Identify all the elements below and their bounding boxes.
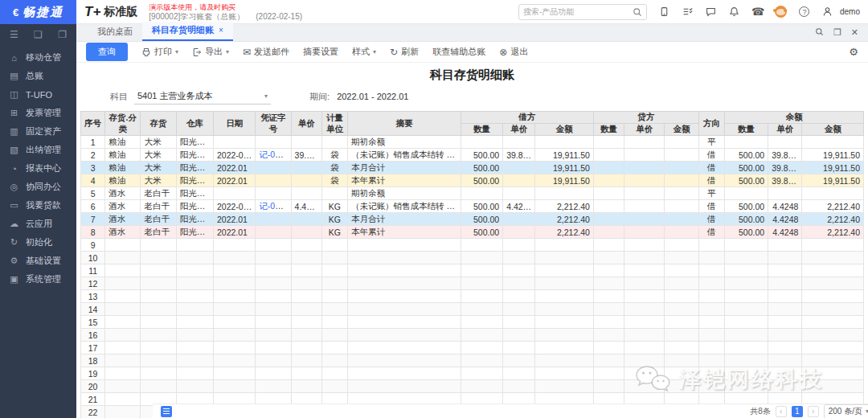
cell-credit-qty [593, 354, 624, 367]
voucher-link[interactable]: 记-0005 [259, 201, 289, 211]
sidebar-item-fixed-assets[interactable]: ▥固定资产 [0, 122, 76, 141]
next-page-button[interactable]: › [808, 406, 819, 417]
cell-debit-price [503, 342, 535, 354]
send-mail-button[interactable]: ✉ 发送邮件 [243, 46, 289, 58]
sidebar-search-icon[interactable]: ❏ [34, 29, 43, 40]
sidebar-item-report-center[interactable]: ◔报表中心 [0, 159, 76, 178]
col-group-balance: 余额 [724, 112, 863, 124]
menu-icon[interactable]: ☰ [10, 29, 18, 40]
new-window-icon[interactable]: ❐ [58, 29, 67, 40]
cell-credit-amount [665, 162, 698, 174]
refresh-button[interactable]: ↻ 刷新 [390, 46, 419, 58]
col-direction: 方向 [698, 112, 724, 136]
cell-warehouse [176, 342, 213, 354]
col-debit-amount: 金额 [535, 124, 593, 136]
cell-balance-qty: 500.00 [724, 162, 768, 174]
cell-unit [321, 187, 347, 200]
cell-credit-price [624, 136, 665, 149]
tab-search-icon[interactable] [815, 27, 824, 38]
cell-credit-qty [593, 226, 624, 239]
cell-balance-price [768, 290, 802, 303]
cell-credit-price [624, 354, 665, 367]
mascot-icon[interactable] [775, 6, 788, 18]
cell-date [213, 264, 255, 277]
cell-balance-amount: 19,911.50 [802, 174, 864, 187]
cell-date [213, 367, 255, 380]
cell-warehouse: 阳光仓库 [176, 174, 213, 187]
table-row: 1粮油大米阳光仓库期初余额平 [81, 136, 864, 149]
grid-summary-icon[interactable] [161, 406, 172, 417]
cell-debit-price [503, 277, 535, 290]
user-icon[interactable] [821, 6, 834, 18]
cell-warehouse: 阳光仓库 [176, 162, 213, 174]
current-page-button[interactable]: 1 [792, 406, 803, 417]
table-row: 5酒水老白干阳光仓库期初余额平 [81, 187, 864, 200]
product-name: 标准版 [104, 5, 137, 19]
sidebar-item-cloud-apps[interactable]: ☁云应用 [0, 215, 76, 233]
mail-icon: ✉ [243, 47, 251, 58]
cell-unit: 袋 [321, 162, 347, 174]
style-button[interactable]: 样式▾ [352, 46, 376, 58]
search-input[interactable] [523, 7, 633, 16]
cell-balance-price [768, 342, 802, 354]
product-search-box[interactable] [518, 4, 647, 20]
sidebar-item-invoice[interactable]: ⊞发票管理 [0, 104, 76, 122]
cell-credit-price [624, 367, 665, 380]
sidebar-item-collaboration[interactable]: ◎协同办公 [0, 178, 76, 196]
cell-debit-amount [535, 329, 593, 342]
device-icon[interactable] [658, 6, 671, 18]
tab-subject-inventory-ledger[interactable]: 科目存货明细账 × [142, 22, 233, 41]
sidebar-item-t-ufo[interactable]: ◫T-UFO [0, 85, 76, 104]
print-button[interactable]: 打印▾ [141, 46, 178, 58]
bell-icon[interactable] [728, 6, 741, 18]
query-button[interactable]: 查询 [86, 43, 128, 61]
summary-settings-button[interactable]: 摘要设置 [303, 46, 338, 58]
sidebar-item-loan[interactable]: ▭我要贷款 [0, 196, 76, 215]
tab-close-icon[interactable]: × [219, 26, 223, 35]
page-size-select[interactable]: 200 条/页 ▾ [824, 404, 868, 418]
sidebar-item-system-management[interactable]: ▣系统管理 [0, 270, 76, 289]
close-all-icon[interactable]: ✕ [851, 27, 858, 38]
prev-page-button[interactable]: ‹ [776, 406, 787, 417]
username-label[interactable]: demo [840, 7, 860, 16]
voucher-link[interactable]: 记-0005 [259, 150, 289, 159]
cell-date [213, 252, 255, 264]
tab-my-desktop[interactable]: 我的桌面 [88, 23, 142, 41]
sidebar-item-general-ledger[interactable]: ▤总账 [0, 67, 76, 85]
export-button[interactable]: 导出▾ [192, 46, 229, 58]
app-window: € 畅捷通 T+ 标准版 演示版本使用，请及时购买 [900002]学习账套（总… [0, 0, 868, 418]
checklist-icon[interactable] [682, 6, 694, 18]
cell-warehouse [176, 380, 213, 393]
cell-unit: KG [321, 200, 347, 213]
cell-seq: 10 [81, 252, 105, 264]
sidebar-item-cashier[interactable]: ▧出纳管理 [0, 141, 76, 159]
message-icon[interactable] [705, 6, 718, 18]
subject-filter-select[interactable]: 5401 主营业务成本 ▾ [134, 89, 271, 104]
phone-icon[interactable]: ☎ [751, 6, 764, 18]
cell-balance-amount [802, 303, 864, 316]
sidebar-item-initialization[interactable]: ↻初始化 [0, 233, 76, 252]
exit-button[interactable]: ⊗ 退出 [499, 46, 528, 58]
cell-seq: 19 [81, 367, 105, 380]
search-icon[interactable] [633, 7, 642, 17]
col-debit-price: 单价 [503, 124, 535, 136]
help-icon[interactable]: ? [798, 6, 811, 18]
cell-summary: 本月合计 [347, 213, 461, 226]
settings-gear-icon[interactable]: ⚙ [849, 46, 858, 58]
cell-debit-qty [461, 380, 502, 393]
linked-auxiliary-ledger-button[interactable]: 联查辅助总账 [432, 46, 485, 58]
cell-price [291, 303, 321, 316]
account-date: (2022-02-15) [256, 12, 302, 21]
cell-credit-qty [593, 264, 624, 277]
fullscreen-icon[interactable]: ❐ [833, 27, 841, 38]
cell-summary [347, 303, 461, 316]
cell-date [213, 277, 255, 290]
cell-debit-qty [461, 367, 502, 380]
cell-direction [698, 380, 724, 393]
sidebar-item-basic-settings[interactable]: ⚙基础设置 [0, 252, 76, 270]
cell-balance-qty [724, 252, 768, 264]
sidebar-item-mobile-warehouse[interactable]: ⌂移动仓管 [0, 48, 76, 67]
cell-seq: 7 [81, 213, 105, 226]
cell-credit-amount [665, 290, 698, 303]
cell-category [105, 277, 141, 290]
